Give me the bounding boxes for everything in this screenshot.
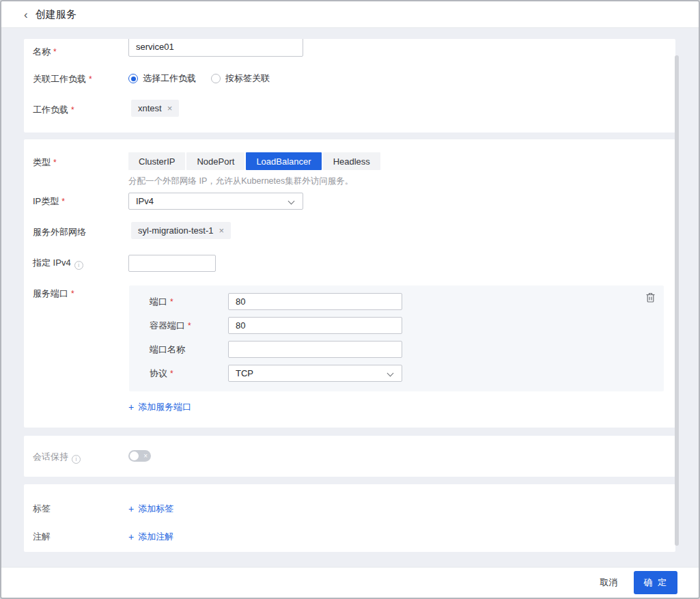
radio-unselected-icon [211,74,221,83]
ip-type-value: IPv4 [136,196,154,206]
container-port-input[interactable] [228,317,402,334]
annotations-label: 注解 [33,531,51,543]
port-name-label: 端口名称 [150,344,185,356]
card-basic-info: 名称* 关联工作负载* 选择工作负载 按标签关联 工作负载* xn [24,39,675,133]
type-option-loadbalancer[interactable]: LoadBalancer [246,152,321,170]
page-header: ‹ 创建服务 [1,1,699,28]
required-mark: * [71,105,74,115]
required-mark: * [53,47,57,57]
add-service-port-link[interactable]: + 添加服务端口 [128,401,191,413]
external-network-tag-text: syl-migration-test-1 [138,225,214,236]
type-segmented-control: ClusterIP NodePort LoadBalancer Headless [128,152,380,170]
toggle-off-icon: × [143,451,148,461]
footer-action-bar: 取消 确 定 [1,567,699,598]
radio-selected-icon [128,74,138,83]
plus-icon: + [128,402,134,412]
remove-tag-icon[interactable]: × [167,104,173,113]
cancel-button[interactable]: 取消 [600,576,617,589]
service-ports-label: 服务端口* [33,288,74,300]
specified-ipv4-label: 指定 IPv4i [33,257,83,270]
ip-type-select[interactable]: IPv4 [128,193,303,210]
add-label-link[interactable]: + 添加标签 [128,503,173,515]
protocol-label: 协议* [150,367,173,380]
create-service-window: ‹ 创建服务 名称* 关联工作负载* 选择工作负载 按标签关联 [0,0,700,599]
card-labels-annotations: 标签 + 添加标签 注解 + 添加注解 [24,484,675,552]
required-mark: * [61,197,65,206]
session-affinity-label: 会话保持i [33,451,81,464]
chevron-down-icon [387,370,394,377]
port-name-input[interactable] [228,341,402,358]
back-icon[interactable]: ‹ [24,9,28,20]
card-type-and-ports: 类型* ClusterIP NodePort LoadBalancer Head… [24,139,675,428]
type-option-headless[interactable]: Headless [323,152,380,170]
add-annotation-text: 添加注解 [138,531,173,543]
service-port-row-panel: 端口* 容器端口* 端口名称 协议* TCP [129,285,664,391]
type-option-clusterip[interactable]: ClusterIP [128,152,185,170]
delete-port-row-icon[interactable] [645,292,656,303]
form-content: 名称* 关联工作负载* 选择工作负载 按标签关联 工作负载* xn [1,28,699,567]
add-label-text: 添加标签 [138,503,173,515]
workload-association-label: 关联工作负载* [33,73,92,85]
workload-tag: xntest × [131,100,179,117]
required-mark: * [53,158,57,167]
required-mark: * [170,297,173,307]
type-help-text: 分配一个外部网络 IP，允许从Kubernetes集群外访问服务。 [128,176,353,187]
radio-select-workload[interactable]: 选择工作负载 [128,72,196,85]
container-port-label: 容器端口* [150,320,191,332]
port-input[interactable] [228,293,402,310]
info-icon: i [72,455,81,464]
name-label: 名称* [33,46,57,58]
external-network-tag: syl-migration-test-1 × [131,222,231,239]
workload-label: 工作负载* [33,104,74,116]
session-affinity-toggle[interactable]: × [128,450,151,462]
plus-icon: + [128,504,134,514]
required-mark: * [188,321,191,331]
plus-icon: + [128,532,134,542]
chevron-down-icon [288,198,295,205]
required-mark: * [89,74,92,84]
port-label: 端口* [150,296,173,308]
external-network-label: 服务外部网络 [33,226,86,238]
type-label: 类型* [33,156,57,169]
required-mark: * [71,289,74,298]
radio-label: 按标签关联 [225,72,270,85]
vertical-scrollbar[interactable] [675,55,679,546]
info-icon: i [74,261,83,270]
page-title: 创建服务 [36,8,76,21]
ip-type-label: IP类型* [33,195,65,208]
name-input[interactable] [128,39,303,57]
add-service-port-text: 添加服务端口 [138,401,191,413]
remove-tag-icon[interactable]: × [219,226,225,235]
card-session-affinity: 会话保持i × [24,436,675,477]
radio-label: 选择工作负载 [143,72,196,85]
protocol-select[interactable]: TCP [228,365,402,382]
add-annotation-link[interactable]: + 添加注解 [128,531,173,543]
radio-by-label[interactable]: 按标签关联 [211,72,270,85]
workload-tag-text: xntest [138,103,162,113]
required-mark: * [170,369,173,378]
protocol-value: TCP [236,368,253,378]
specified-ipv4-input[interactable] [128,255,216,272]
type-option-nodeport[interactable]: NodePort [186,152,244,170]
toggle-knob [130,451,139,460]
confirm-button[interactable]: 确 定 [634,571,677,594]
workload-association-options: 选择工作负载 按标签关联 [128,72,270,85]
labels-label: 标签 [33,503,51,515]
